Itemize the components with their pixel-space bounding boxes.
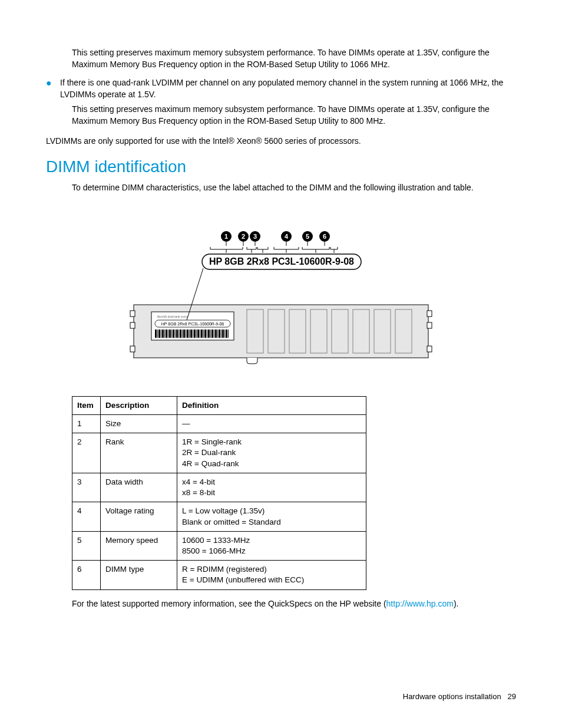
callout-number-4: 4 xyxy=(285,233,289,240)
callout-number-6: 6 xyxy=(323,233,326,240)
table-row: 5Memory speed10600 = 1333-MHz8500 = 1066… xyxy=(72,531,366,560)
svg-rect-31 xyxy=(176,330,178,338)
svg-rect-51 xyxy=(211,330,213,338)
svg-rect-3 xyxy=(130,346,135,352)
svg-rect-22 xyxy=(161,330,161,338)
svg-rect-19 xyxy=(155,330,157,338)
dimm-table: Item Description Definition 1Size—2Rank1… xyxy=(72,396,366,590)
svg-rect-43 xyxy=(197,330,199,338)
bullet-text: If there is one quad-rank LVDIMM per cha… xyxy=(60,77,516,100)
paragraph-lvdimm-support: LVDIMMs are only supported for use with … xyxy=(46,136,516,147)
cell-definition: 1R = Single-rank2R = Dual-rank4R = Quad-… xyxy=(177,433,366,473)
callout-number-3: 3 xyxy=(253,233,257,240)
cell-item: 3 xyxy=(72,473,101,502)
cell-definition: R = RDIMM (registered)E = UDIMM (unbuffe… xyxy=(177,561,366,589)
paragraph-preserve-800: This setting preserves maximum memory su… xyxy=(72,104,516,127)
svg-rect-49 xyxy=(208,330,210,338)
dimm-sticker-label: HP 8GB 2Rx8 PC3L-10600R-9-08 xyxy=(161,322,224,326)
svg-rect-59 xyxy=(226,330,227,338)
dimm-diagram: HP 8GB 2Rx8 PC3L-10600R-9-08 8cm/s6 dual… xyxy=(46,218,516,373)
paragraph-intro: To determine DIMM characteristics, use t… xyxy=(72,182,516,194)
paragraph-preserve-1066: This setting preserves maximum memory su… xyxy=(72,47,516,70)
cell-item: 6 xyxy=(72,561,101,589)
th-item: Item xyxy=(72,396,101,414)
svg-rect-33 xyxy=(180,330,181,338)
svg-rect-45 xyxy=(201,330,203,338)
svg-rect-6 xyxy=(427,346,432,352)
svg-rect-52 xyxy=(214,330,214,338)
cell-item: 1 xyxy=(72,414,101,433)
cell-definition: x4 = 4-bitx8 = 8-bit xyxy=(177,473,366,502)
heading-dimm-identification: DIMM identification xyxy=(46,157,516,176)
svg-rect-57 xyxy=(222,330,224,338)
cell-description: Voltage rating xyxy=(101,502,177,531)
svg-rect-55 xyxy=(219,330,220,338)
closing-post: ). xyxy=(454,599,459,608)
cell-description: DIMM type xyxy=(101,561,177,589)
svg-rect-20 xyxy=(157,330,158,338)
svg-rect-2 xyxy=(130,322,135,328)
cell-description: Size xyxy=(101,414,177,433)
svg-rect-58 xyxy=(224,330,225,338)
svg-rect-48 xyxy=(207,330,207,338)
svg-rect-30 xyxy=(175,330,176,338)
table-row: 4Voltage ratingL = Low voltage (1.35v)Bl… xyxy=(72,502,366,531)
svg-rect-54 xyxy=(217,330,218,338)
callout-number-1: 1 xyxy=(224,233,228,240)
cell-definition: L = Low voltage (1.35v)Blank or omitted … xyxy=(177,502,366,531)
svg-rect-42 xyxy=(196,330,197,338)
table-row: 2Rank1R = Single-rank2R = Dual-rank4R = … xyxy=(72,433,366,473)
svg-rect-5 xyxy=(427,322,432,328)
table-row: 6DIMM typeR = RDIMM (registered)E = UDIM… xyxy=(72,561,366,589)
svg-rect-25 xyxy=(166,330,167,338)
table-row: 1Size— xyxy=(72,414,366,433)
svg-rect-40 xyxy=(193,330,193,338)
svg-rect-26 xyxy=(168,330,168,338)
callout-number-2: 2 xyxy=(242,233,245,240)
page-footer: Hardware options installation 29 xyxy=(403,692,516,701)
cell-definition: 10600 = 1333-MHz8500 = 1066-MHz xyxy=(177,531,366,560)
cell-item: 2 xyxy=(72,433,101,473)
svg-rect-29 xyxy=(173,330,174,338)
svg-text:8cm/s6 dual-rank xxxxx: 8cm/s6 dual-rank xxxxx xyxy=(157,315,189,318)
cell-item: 5 xyxy=(72,531,101,560)
svg-rect-41 xyxy=(194,330,196,338)
footer-section: Hardware options installation xyxy=(403,692,501,701)
svg-rect-34 xyxy=(182,330,183,338)
bullet-icon: ● xyxy=(46,78,52,100)
callout-number-5: 5 xyxy=(306,233,309,240)
svg-rect-24 xyxy=(164,330,165,338)
svg-rect-4 xyxy=(427,311,432,317)
svg-rect-39 xyxy=(190,330,192,338)
svg-rect-27 xyxy=(169,330,171,338)
cell-description: Memory speed xyxy=(101,531,177,560)
svg-rect-23 xyxy=(162,330,164,338)
svg-rect-60 xyxy=(228,330,229,338)
svg-rect-37 xyxy=(187,330,189,338)
svg-rect-28 xyxy=(171,330,172,338)
svg-rect-21 xyxy=(158,330,160,338)
table-row: 3Data widthx4 = 4-bitx8 = 8-bit xyxy=(72,473,366,502)
svg-rect-53 xyxy=(215,330,217,338)
th-definition: Definition xyxy=(177,396,366,414)
svg-rect-47 xyxy=(204,330,206,338)
footer-page-number: 29 xyxy=(508,692,516,701)
svg-rect-1 xyxy=(130,311,135,317)
dimm-label-text: HP 8GB 2Rx8 PC3L-10600R-9-08 xyxy=(209,256,354,266)
svg-rect-38 xyxy=(189,330,190,338)
cell-description: Rank xyxy=(101,433,177,473)
bullet-item-quad-rank: ● If there is one quad-rank LVDIMM per c… xyxy=(46,77,516,100)
closing-pre: For the latest supported memory informat… xyxy=(72,599,386,608)
svg-rect-46 xyxy=(203,330,204,338)
svg-rect-36 xyxy=(186,330,186,338)
svg-rect-44 xyxy=(200,330,200,338)
th-description: Description xyxy=(101,396,177,414)
svg-rect-35 xyxy=(183,330,185,338)
paragraph-closing: For the latest supported memory informat… xyxy=(72,598,516,610)
svg-rect-32 xyxy=(178,330,179,338)
cell-description: Data width xyxy=(101,473,177,502)
hp-website-link[interactable]: http://www.hp.com xyxy=(386,599,454,608)
cell-item: 4 xyxy=(72,502,101,531)
svg-rect-56 xyxy=(221,330,222,338)
svg-rect-50 xyxy=(210,330,211,338)
